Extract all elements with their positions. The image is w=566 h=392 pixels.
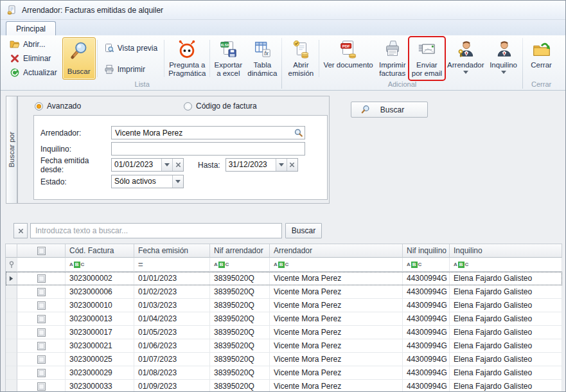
- search-form-buscar-button[interactable]: Buscar: [351, 102, 428, 118]
- ribbon-button-imprimir-label: Imprimir: [118, 65, 145, 74]
- find-input[interactable]: [30, 223, 282, 238]
- column-header-cod-factura[interactable]: Cód. Factura: [66, 244, 134, 258]
- table-row[interactable]: 302300001701/05/202338395020QVicente Mor…: [6, 326, 562, 339]
- ribbon-button-abrir[interactable]: Abrir...: [6, 38, 61, 51]
- inquilino-input[interactable]: [111, 142, 305, 156]
- row-indicator: [6, 312, 17, 326]
- ribbon-button-exportar-a-excel[interactable]: XLSXExportara excel: [211, 37, 245, 80]
- find-clear-button[interactable]: [13, 223, 28, 238]
- filter-cell-inquilino[interactable]: ABC: [450, 258, 562, 272]
- search-side-tab[interactable]: Buscar por: [6, 96, 17, 204]
- ribbon-button-imprimir-facturas[interactable]: Imprimirfacturas: [376, 37, 409, 80]
- row-select-cell[interactable]: [17, 353, 66, 366]
- ribbon-button-abrir-emision[interactable]: Abriremisión: [284, 37, 317, 80]
- filter-cell-nif-arrendador[interactable]: ABC: [210, 258, 270, 272]
- chevron-down-icon[interactable]: [172, 175, 183, 188]
- select-all-checkbox[interactable]: [37, 247, 46, 255]
- table-row[interactable]: 302300002501/07/202338395020QVicente Mor…: [6, 353, 562, 366]
- find-buscar-button[interactable]: Buscar: [285, 223, 322, 238]
- row-checkbox[interactable]: [37, 382, 46, 391]
- lookup-icon[interactable]: [294, 128, 303, 138]
- chevron-down-icon[interactable]: [276, 159, 287, 171]
- filter-cell-arrendador[interactable]: ABC: [270, 258, 403, 272]
- hasta-combo[interactable]: 31/12/2023: [226, 158, 298, 172]
- table-row[interactable]: 302300002901/08/202338395020QVicente Mor…: [6, 366, 562, 380]
- landlord-icon: [456, 40, 475, 59]
- ribbon-separator: [164, 40, 164, 77]
- column-header-select-all[interactable]: [17, 244, 66, 258]
- radio-option-codigo-factura[interactable]: Código de factura: [184, 102, 257, 111]
- column-header-nif-arrendador[interactable]: Nif arrendador: [210, 244, 270, 258]
- clear-fecha-desde-button[interactable]: [172, 159, 183, 171]
- cell-nif-inquilino: 44300994G: [403, 312, 450, 326]
- table-row[interactable]: 302300002101/06/202338395020QVicente Mor…: [6, 339, 562, 353]
- radio-codigo-factura[interactable]: [184, 102, 192, 111]
- close-folder-icon: [532, 40, 551, 59]
- ribbon-button-buscar-label: Buscar: [67, 67, 91, 76]
- column-header-inquilino[interactable]: Inquilino: [450, 244, 562, 258]
- row-checkbox[interactable]: [37, 274, 46, 283]
- filter-cell-fecha-emision[interactable]: =: [134, 258, 210, 272]
- row-select-cell[interactable]: [17, 380, 66, 392]
- row-select-cell[interactable]: [17, 285, 66, 299]
- row-checkbox[interactable]: [37, 369, 46, 377]
- ribbon-button-tabla-dinamica[interactable]: fxTabladinámica: [245, 37, 279, 80]
- row-checkbox[interactable]: [37, 342, 46, 350]
- row-select-cell[interactable]: [17, 272, 66, 285]
- cell-arrendador: Vicente Mora Perez: [270, 380, 403, 392]
- row-checkbox[interactable]: [37, 301, 46, 310]
- ribbon: Abrir...EliminarActualizarBuscarVista pr…: [1, 35, 565, 91]
- row-checkbox[interactable]: [37, 288, 46, 296]
- row-checkbox[interactable]: [37, 355, 46, 364]
- cell-cod-factura: 3023000010: [66, 299, 134, 312]
- cell-cod-factura: 3023000017: [66, 326, 134, 339]
- row-select-cell[interactable]: [17, 339, 66, 353]
- ribbon-button-actualizar[interactable]: Actualizar: [6, 66, 61, 79]
- ribbon-button-pregunta-a-pragmatica[interactable]: Pregunta aPragmática: [166, 37, 208, 80]
- ribbon-button-arrendador-menu[interactable]: Arrendador: [445, 37, 487, 80]
- table-row[interactable]: 302300001301/04/202338395020QVicente Mor…: [6, 312, 562, 326]
- ribbon-button-vista-previa[interactable]: Vista previa: [100, 42, 161, 55]
- cell-nif-inquilino: 44300994G: [403, 272, 450, 285]
- row-indicator: [6, 366, 17, 380]
- app-window: Arrendador: Facturas emitidas de alquile…: [0, 0, 566, 392]
- filter-cell-select[interactable]: [17, 258, 66, 272]
- ribbon-button-imprimir[interactable]: Imprimir: [100, 63, 161, 76]
- chevron-down-icon[interactable]: [161, 159, 172, 171]
- radio-option-avanzado[interactable]: Avanzado: [35, 102, 81, 111]
- hasta-field-label: Hasta:: [198, 161, 220, 170]
- filter-cell-nif-inquilino[interactable]: ABC: [403, 258, 450, 272]
- fecha-desde-field-label: Fecha emitida desde:: [40, 156, 111, 174]
- table-row[interactable]: 302300001001/03/202338395020QVicente Mor…: [6, 299, 562, 312]
- row-select-cell[interactable]: [17, 366, 66, 380]
- row-indicator: [6, 299, 17, 312]
- table-row[interactable]: 302300003301/09/202338395020QVicente Mor…: [6, 380, 562, 392]
- row-select-cell[interactable]: [17, 312, 66, 326]
- column-header-nif-inquilino[interactable]: Nif inquilino: [403, 244, 450, 258]
- equals-filter-icon: =: [138, 260, 143, 269]
- row-checkbox[interactable]: [37, 328, 46, 337]
- ribbon-button-inquilino-menu[interactable]: Inquilino: [487, 37, 520, 80]
- tab-principal[interactable]: Principal: [6, 21, 56, 35]
- table-row[interactable]: 302300000201/01/202338395020QVicente Mor…: [6, 272, 562, 285]
- ribbon-button-cerrar[interactable]: Cerrar: [525, 37, 558, 80]
- table-row[interactable]: 302300000601/02/202338395020QVicente Mor…: [6, 285, 562, 299]
- row-checkbox[interactable]: [37, 315, 46, 323]
- row-select-cell[interactable]: [17, 326, 66, 339]
- clear-hasta-button[interactable]: [287, 159, 297, 171]
- cell-nif-arrendador: 38395020Q: [210, 380, 270, 392]
- row-select-cell[interactable]: [17, 299, 66, 312]
- filter-cell-cod-factura[interactable]: ABC: [66, 258, 134, 272]
- arrendador-input[interactable]: [111, 126, 305, 139]
- estado-combo[interactable]: Sólo activos: [111, 175, 184, 188]
- column-header-fecha-emision[interactable]: Fecha emisión: [134, 244, 210, 258]
- ribbon-button-ver-documento[interactable]: PDFVer documento: [321, 37, 375, 80]
- cell-inquilino: Elena Fajardo Galisteo: [450, 285, 562, 299]
- column-header-arrendador[interactable]: Arrendador: [270, 244, 403, 258]
- ribbon-button-buscar[interactable]: Buscar: [62, 37, 96, 80]
- ribbon-button-enviar-por-email[interactable]: Enviarpor email: [409, 37, 445, 80]
- fecha-desde-combo[interactable]: 01/01/2023: [111, 158, 184, 172]
- ribbon-button-eliminar[interactable]: Eliminar: [6, 52, 61, 65]
- radio-avanzado[interactable]: [35, 102, 43, 111]
- ribbon-button-exportar-a-excel-label: Exportara excel: [215, 61, 242, 78]
